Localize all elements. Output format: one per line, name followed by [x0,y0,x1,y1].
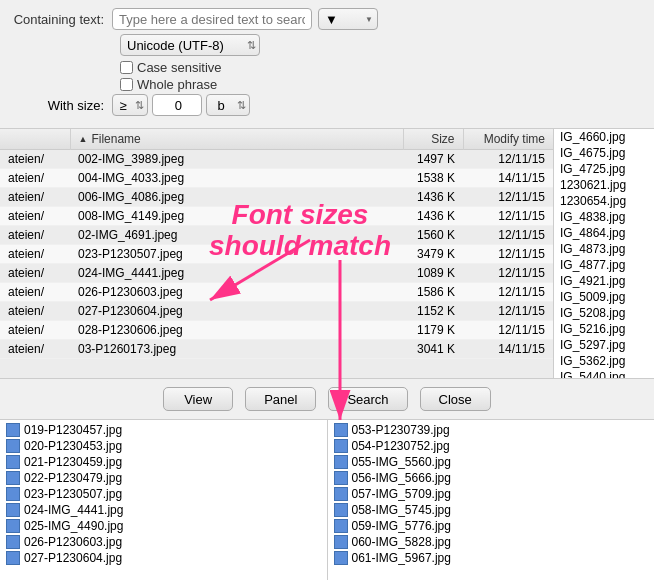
table-row[interactable]: ateien/ 002-IMG_3989.jpeg 1497 K 12/11/1… [0,150,553,169]
cell-path: ateien/ [0,245,70,264]
file-name: 027-P1230604.jpg [24,551,122,565]
list-item[interactable]: 020-P1230453.jpg [0,438,327,454]
table-row[interactable]: ateien/ 028-P1230606.jpeg 1179 K 12/11/1… [0,321,553,340]
table-row[interactable]: ateien/ 027-P1230604.jpeg 1152 K 12/11/1… [0,302,553,321]
cell-mtime: 12/11/15 [463,264,553,283]
list-item[interactable]: 023-P1230507.jpg [0,486,327,502]
cell-name: 024-IMG_4441.jpeg [70,264,403,283]
list-item[interactable]: 057-IMG_5709.jpg [328,486,655,502]
close-button[interactable]: Close [420,387,491,411]
list-item[interactable]: 027-P1230604.jpg [0,550,327,566]
table-row[interactable]: ateien/ 008-IMG_4149.jpeg 1436 K 12/11/1… [0,207,553,226]
file-icon [6,551,20,565]
button-bar: View Panel Search Close [0,378,654,420]
right-panel-item[interactable]: IG_4675.jpg [554,145,654,161]
panel-button[interactable]: Panel [245,387,316,411]
size-number-input[interactable] [152,94,202,116]
table-row[interactable]: ateien/ 004-IMG_4033.jpeg 1538 K 14/11/1… [0,169,553,188]
col-size-label: Size [431,132,454,146]
case-sensitive-label: Case sensitive [137,60,222,75]
right-panel-items: IG_4660.jpgIG_4675.jpgIG_4725.jpg1230621… [554,129,654,378]
file-icon [334,487,348,501]
search-text-input[interactable] [112,8,312,30]
containing-text-label: Containing text: [12,12,112,27]
file-icon [6,471,20,485]
cell-size: 1436 K [403,188,463,207]
whole-phrase-label: Whole phrase [137,77,217,92]
right-panel-item[interactable]: IG_4838.jpg [554,209,654,225]
whole-phrase-checkbox[interactable] [120,78,133,91]
cell-name: 028-P1230606.jpeg [70,321,403,340]
right-panel-item[interactable]: IG_4660.jpg [554,129,654,145]
whole-phrase-row: Whole phrase [120,77,642,92]
file-icon [334,519,348,533]
cell-path: ateien/ [0,302,70,321]
list-item[interactable]: 056-IMG_5666.jpg [328,470,655,486]
case-sensitive-checkbox[interactable] [120,61,133,74]
list-item[interactable]: 054-P1230752.jpg [328,438,655,454]
list-item[interactable]: 060-IMG_5828.jpg [328,534,655,550]
list-item[interactable]: 025-IMG_4490.jpg [0,518,327,534]
table-row[interactable]: ateien/ 024-IMG_4441.jpeg 1089 K 12/11/1… [0,264,553,283]
file-icon [6,503,20,517]
file-table-wrapper: ▲ Filename Size Modify time atei [0,129,554,378]
table-row[interactable]: ateien/ 006-IMG_4086.jpeg 1436 K 12/11/1… [0,188,553,207]
main-layout: Containing text: ▼ Unicode (UTF-8) ASCII… [0,0,654,580]
right-panel-item[interactable]: IG_5440.jpg [554,369,654,378]
right-panel-item[interactable]: IG_5362.jpg [554,353,654,369]
list-item[interactable]: 055-IMG_5560.jpg [328,454,655,470]
right-panel-item[interactable]: IG_4873.jpg [554,241,654,257]
list-item[interactable]: 024-IMG_4441.jpg [0,502,327,518]
cell-path: ateien/ [0,321,70,340]
encoding-select[interactable]: Unicode (UTF-8) ASCII Latin-1 [120,34,260,56]
size-unit-select[interactable]: b K M G [206,94,250,116]
col-header-filename[interactable]: ▲ Filename [70,129,403,150]
right-panel-item[interactable]: IG_4877.jpg [554,257,654,273]
size-operator-select[interactable]: ≥ ≤ = [112,94,148,116]
cell-name: 03-P1260173.jpeg [70,340,403,359]
search-button[interactable]: Search [328,387,407,411]
list-item[interactable]: 026-P1230603.jpg [0,534,327,550]
file-icon [6,519,20,533]
right-panel-item[interactable]: IG_4725.jpg [554,161,654,177]
col-filename-label: Filename [91,132,140,146]
right-panel-item[interactable]: 1230654.jpg [554,193,654,209]
list-item[interactable]: 061-IMG_5967.jpg [328,550,655,566]
right-panel-item[interactable]: IG_5009.jpg [554,289,654,305]
cell-name: 026-P1230603.jpeg [70,283,403,302]
cell-size: 3479 K [403,245,463,264]
cell-size: 1152 K [403,302,463,321]
file-icon [334,423,348,437]
view-button[interactable]: View [163,387,233,411]
cell-mtime: 14/11/15 [463,340,553,359]
list-item[interactable]: 021-P1230459.jpg [0,454,327,470]
file-icon [6,423,20,437]
search-mode-dropdown[interactable]: ▼ [318,8,378,30]
col-header-path[interactable] [0,129,70,150]
table-row[interactable]: ateien/ 023-P1230507.jpeg 3479 K 12/11/1… [0,245,553,264]
containing-text-row: Containing text: ▼ [12,8,642,30]
right-panel-item[interactable]: IG_5297.jpg [554,337,654,353]
list-item[interactable]: 058-IMG_5745.jpg [328,502,655,518]
list-item[interactable]: 053-P1230739.jpg [328,422,655,438]
col-header-size[interactable]: Size [403,129,463,150]
table-row[interactable]: ateien/ 026-P1230603.jpeg 1586 K 12/11/1… [0,283,553,302]
cell-size: 3041 K [403,340,463,359]
bottom-left-list: 019-P1230457.jpg020-P1230453.jpg021-P123… [0,420,327,568]
right-panel-item[interactable]: IG_4864.jpg [554,225,654,241]
list-item[interactable]: 019-P1230457.jpg [0,422,327,438]
table-row[interactable]: ateien/ 02-IMG_4691.jpeg 1560 K 12/11/15 [0,226,553,245]
right-panel-item[interactable]: 1230621.jpg [554,177,654,193]
size-label: With size: [12,98,112,113]
right-panel: IG_4660.jpgIG_4675.jpgIG_4725.jpg1230621… [554,129,654,378]
file-name: 059-IMG_5776.jpg [352,519,451,533]
file-name: 024-IMG_4441.jpg [24,503,123,517]
file-icon [334,455,348,469]
list-item[interactable]: 022-P1230479.jpg [0,470,327,486]
right-panel-item[interactable]: IG_5216.jpg [554,321,654,337]
right-panel-item[interactable]: IG_5208.jpg [554,305,654,321]
right-panel-item[interactable]: IG_4921.jpg [554,273,654,289]
list-item[interactable]: 059-IMG_5776.jpg [328,518,655,534]
col-header-mtime[interactable]: Modify time [463,129,553,150]
table-row[interactable]: ateien/ 03-P1260173.jpeg 3041 K 14/11/15 [0,340,553,359]
